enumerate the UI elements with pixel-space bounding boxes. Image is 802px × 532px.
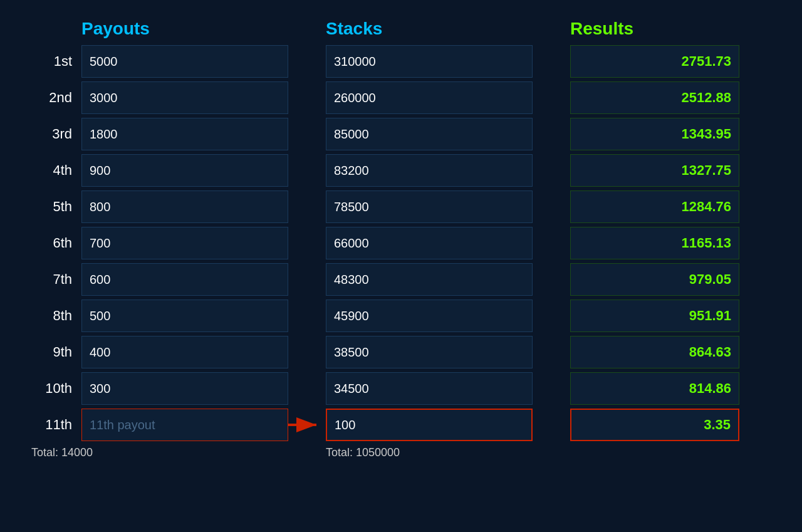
rank-label-5th: 5th [31,199,81,215]
stacks-header: Stacks [326,19,533,39]
data-row-7th: 7th979.05 [25,263,777,296]
payout-input-11th[interactable] [81,409,288,441]
main-container: Payouts Stacks Results 1st2751.732nd2512… [13,13,789,466]
rank-label-1st: 1st [31,53,81,70]
stack-input-11th[interactable] [326,409,533,441]
stack-input-1st[interactable] [326,45,533,78]
headers-row: Payouts Stacks Results [25,19,777,39]
data-row-6th: 6th1165.13 [25,227,777,259]
result-value-1st: 2751.73 [570,45,739,78]
payout-input-5th[interactable] [81,190,288,223]
data-row-10th: 10th814.86 [25,372,777,405]
rank-label-11th: 11th [31,417,81,433]
data-row-9th: 9th864.63 [25,336,777,368]
result-value-5th: 1284.76 [570,190,739,223]
payout-input-2nd[interactable] [81,81,288,114]
payout-input-8th[interactable] [81,300,288,332]
result-value-3rd: 1343.95 [570,118,739,150]
total-payouts: Total: 14000 [31,446,288,459]
rank-label-9th: 9th [31,344,81,360]
rank-label-6th: 6th [31,235,81,251]
result-value-4th: 1327.75 [570,154,739,187]
rank-label-8th: 8th [31,308,81,324]
stack-input-5th[interactable] [326,190,533,223]
total-stacks: Total: 1050000 [326,446,533,459]
result-value-8th: 951.91 [570,300,739,332]
stack-input-6th[interactable] [326,227,533,259]
rank-label-2nd: 2nd [31,90,81,106]
stack-input-7th[interactable] [326,263,533,296]
payout-input-10th[interactable] [81,372,288,405]
stack-input-4th[interactable] [326,154,533,187]
rank-label-10th: 10th [31,380,81,397]
arrow-icon [288,414,323,436]
stack-input-2nd[interactable] [326,81,533,114]
data-row-2nd: 2nd2512.88 [25,81,777,114]
result-value-7th: 979.05 [570,263,739,296]
data-row-4th: 4th1327.75 [25,154,777,187]
data-row-11th: 11th 3.35 [25,409,777,441]
stack-input-8th[interactable] [326,300,533,332]
rows-container: 1st2751.732nd2512.883rd1343.954th1327.75… [25,45,777,441]
data-row-1st: 1st2751.73 [25,45,777,78]
result-value-10th: 814.86 [570,372,739,405]
stack-input-3rd[interactable] [326,118,533,150]
rank-label-7th: 7th [31,271,81,288]
payout-input-9th[interactable] [81,336,288,368]
payout-input-7th[interactable] [81,263,288,296]
result-value-2nd: 2512.88 [570,81,739,114]
data-row-3rd: 3rd1343.95 [25,118,777,150]
payouts-header: Payouts [81,19,288,39]
data-row-5th: 5th1284.76 [25,190,777,223]
payout-input-3rd[interactable] [81,118,288,150]
results-header: Results [570,19,739,39]
result-value-11th: 3.35 [570,409,739,441]
payout-input-6th[interactable] [81,227,288,259]
stack-input-9th[interactable] [326,336,533,368]
payout-input-1st[interactable] [81,45,288,78]
totals-row: Total: 14000 Total: 1050000 [25,446,777,459]
stack-input-10th[interactable] [326,372,533,405]
data-row-8th: 8th951.91 [25,300,777,332]
result-value-6th: 1165.13 [570,227,739,259]
rank-label-4th: 4th [31,162,81,179]
result-value-9th: 864.63 [570,336,739,368]
payout-input-4th[interactable] [81,154,288,187]
rank-label-3rd: 3rd [31,126,81,142]
